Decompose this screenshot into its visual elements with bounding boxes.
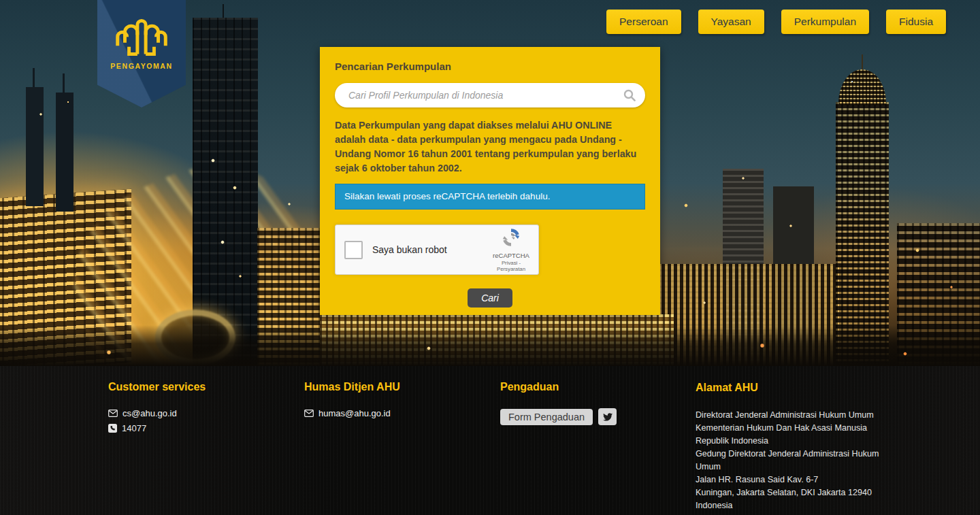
background-building xyxy=(26,87,44,206)
envelope-icon xyxy=(304,410,314,417)
logo-ribbon: PENGAYOMAN xyxy=(97,0,186,107)
recaptcha-notice: Silakan lewati proses reCAPTCHA terlebih… xyxy=(335,184,645,210)
nav-button-fidusia[interactable]: Fidusia xyxy=(886,10,946,34)
recaptcha-brand-text: reCAPTCHA xyxy=(491,252,532,259)
address-line: Indonesia xyxy=(696,499,886,512)
recaptcha-privacy-links[interactable]: Privasi - Persyaratan xyxy=(491,260,532,272)
search-input[interactable] xyxy=(335,83,645,107)
address-line: Kementerian Hukum Dan Hak Asasi Manusia xyxy=(696,422,886,435)
twitter-icon xyxy=(603,413,612,421)
recaptcha-brand: reCAPTCHA Privasi - Persyaratan xyxy=(491,227,532,272)
footer-heading: Humas Ditjen AHU xyxy=(304,381,400,393)
footer-pengaduan: Pengaduan Form Pengaduan xyxy=(500,381,617,425)
nav-button-perseroan[interactable]: Perseroan xyxy=(606,10,681,34)
search-icon[interactable] xyxy=(623,88,636,102)
search-card: Pencarian Perkumpulan Data Perkumpulan y… xyxy=(320,47,660,315)
envelope-icon xyxy=(108,410,118,417)
hero-section: PENGAYOMAN Perseroan Yayasan Perkumpulan… xyxy=(0,0,980,366)
address-line: Direktorat Jenderal Administrasi Hukum U… xyxy=(696,409,886,422)
background-dark-rooftops xyxy=(0,325,980,366)
top-navigation: Perseroan Yayasan Perkumpulan Fidusia xyxy=(606,10,946,34)
phone-icon xyxy=(108,424,117,433)
customer-service-phone: 14077 xyxy=(122,423,146,433)
recaptcha-checkbox[interactable] xyxy=(344,241,363,259)
logo-text: PENGAYOMAN xyxy=(110,62,172,70)
customer-service-email-link[interactable]: cs@ahu.go.id xyxy=(122,408,177,418)
cari-submit-button[interactable]: Cari xyxy=(468,288,512,308)
twitter-button[interactable] xyxy=(598,408,617,425)
footer-heading: Pengaduan xyxy=(500,381,617,393)
search-field-wrapper xyxy=(335,83,645,107)
footer: Customer services cs@ahu.go.id 14077 Hum… xyxy=(0,366,980,515)
footer-heading: Customer services xyxy=(108,381,206,393)
recaptcha-label: Saya bukan robot xyxy=(372,244,491,255)
form-pengaduan-button[interactable]: Form Pengaduan xyxy=(500,409,593,425)
address-line: Republik Indonesia xyxy=(696,435,886,448)
pengayoman-emblem-icon xyxy=(110,9,173,59)
recaptcha-widget: Saya bukan robot reCAPTCHA Privasi - Per… xyxy=(335,225,539,275)
footer-customer-services: Customer services cs@ahu.go.id 14077 xyxy=(108,381,206,438)
card-title: Pencarian Perkumpulan xyxy=(335,61,645,72)
footer-alamat: Alamat AHU Direktorat Jenderal Administr… xyxy=(696,381,886,512)
nav-button-yayasan[interactable]: Yayasan xyxy=(698,10,764,34)
footer-heading: Alamat AHU xyxy=(696,381,886,394)
card-description: Data Perkumpulan yang dapat diakses mela… xyxy=(335,118,645,176)
address-line: Kuningan, Jakarta Selatan, DKI Jakarta 1… xyxy=(696,486,886,499)
footer-humas: Humas Ditjen AHU humas@ahu.go.id xyxy=(304,381,400,423)
address-line: Gedung Direktorat Jenderal Administrasi … xyxy=(696,448,886,474)
address-line: Jalan HR. Rasuna Said Kav. 6-7 xyxy=(696,474,886,486)
nav-button-perkumpulan[interactable]: Perkumpulan xyxy=(781,10,869,34)
recaptcha-logo-icon xyxy=(501,227,521,248)
humas-email-link[interactable]: humas@ahu.go.id xyxy=(318,408,391,418)
